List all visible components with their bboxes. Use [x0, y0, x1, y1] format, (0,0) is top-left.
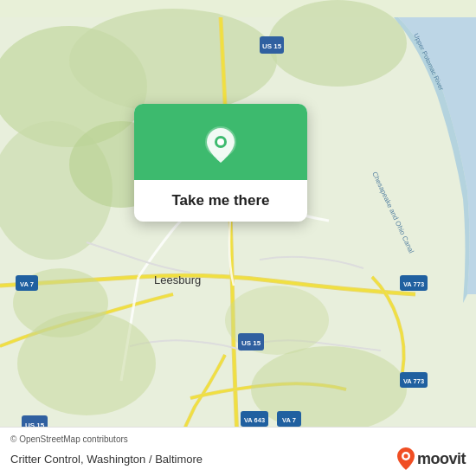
- svg-text:Leesburg: Leesburg: [154, 273, 201, 286]
- svg-text:VA 773: VA 773: [403, 280, 424, 288]
- take-me-there-button[interactable]: Take me there: [163, 180, 278, 222]
- svg-point-31: [217, 138, 224, 145]
- svg-point-5: [268, 0, 407, 87]
- svg-text:US 15: US 15: [262, 42, 282, 50]
- place-info: Critter Control, Washington / Baltimore …: [10, 447, 466, 471]
- svg-point-33: [403, 454, 408, 459]
- svg-text:VA 7: VA 7: [20, 280, 34, 288]
- svg-point-2: [69, 9, 277, 113]
- svg-point-9: [251, 346, 407, 433]
- svg-text:VA 7: VA 7: [282, 416, 296, 424]
- copyright-text: © OpenStreetMap contributors: [10, 434, 466, 444]
- bottom-bar: © OpenStreetMap contributors Critter Con…: [0, 427, 476, 476]
- svg-text:US 15: US 15: [241, 339, 261, 347]
- moovit-text: moovit: [417, 450, 466, 468]
- location-pin-icon: [200, 123, 241, 164]
- map-container: Chesapeake and Ohio Canal Upper Potomac …: [0, 0, 476, 476]
- popup-card: Take me there: [134, 104, 307, 222]
- svg-text:VA 643: VA 643: [244, 416, 265, 424]
- svg-text:VA 773: VA 773: [403, 377, 424, 385]
- place-name: Critter Control, Washington / Baltimore: [10, 453, 203, 466]
- map-background: Chesapeake and Ohio Canal Upper Potomac …: [0, 0, 476, 476]
- moovit-pin-icon: [396, 447, 415, 471]
- place-region-text: Washington / Baltimore: [87, 453, 203, 466]
- popup-icon-area: [134, 104, 307, 180]
- moovit-logo: moovit: [396, 447, 466, 471]
- place-name-text: Critter Control,: [10, 453, 84, 466]
